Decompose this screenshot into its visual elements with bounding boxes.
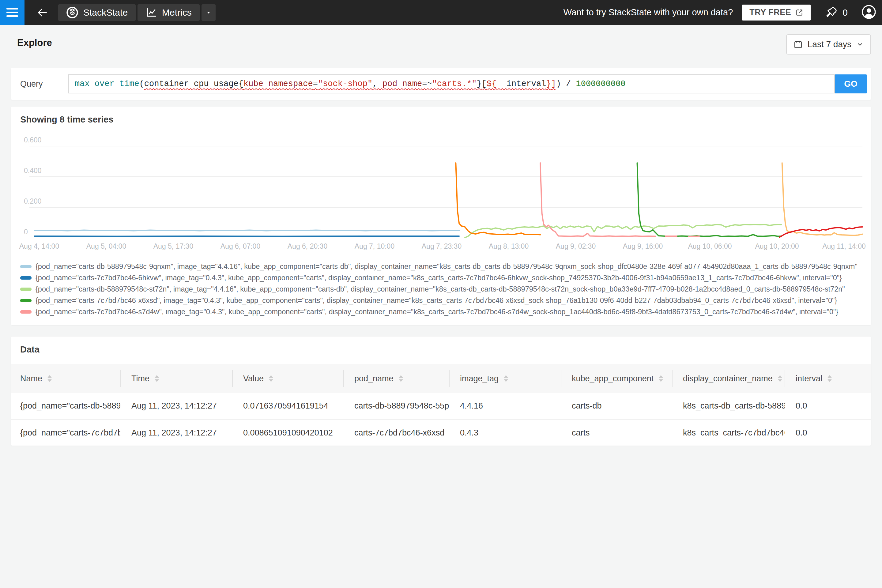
column-header-Name[interactable]: Name (11, 364, 120, 393)
hamburger-icon (6, 8, 18, 9)
legend-label: {pod_name="carts-db-588979548c-st72n", i… (36, 285, 845, 293)
query-token: pod_name (382, 80, 422, 88)
sort-icon[interactable] (46, 375, 52, 382)
stackstate-logo-icon (66, 6, 78, 19)
chart-panel: Showing 8 time series 0.6000.4000.2000Au… (11, 106, 871, 325)
query-token: = (313, 80, 318, 88)
try-free-button[interactable]: TRY FREE (742, 4, 811, 21)
table-cell-pod_name: carts-7c7bd7bc46-x6xsd (343, 420, 449, 446)
brand-button-stackstate[interactable]: StackState (58, 4, 136, 21)
table-header-row: NameTimeValuepod_nameimage_tagkube_app_c… (11, 364, 871, 393)
table-row[interactable]: {pod_name="carts-db-588979548c-55pAug 11… (11, 393, 871, 419)
table-cell-Time: Aug 11, 2023, 14:12:27 (120, 420, 232, 446)
back-button[interactable] (36, 6, 49, 19)
legend-swatch (20, 288, 32, 291)
query-input[interactable]: max_over_time(container_cpu_usage{kube_n… (68, 74, 835, 93)
data-table: NameTimeValuepod_nameimage_tagkube_app_c… (11, 364, 871, 446)
column-header-label: display_container_name (683, 374, 772, 383)
legend-swatch (20, 265, 32, 268)
x-axis-label: Aug 7, 23:30 (422, 242, 462, 250)
sort-icon[interactable] (503, 375, 509, 382)
chevron-down-icon (205, 9, 212, 16)
time-series-chart[interactable]: 0.6000.4000.2000Aug 4, 14:00Aug 5, 04:00… (11, 125, 871, 251)
x-axis-label: Aug 4, 14:00 (19, 242, 59, 250)
legend-item[interactable]: {pod_name="carts-db-588979548c-st72n", i… (20, 284, 871, 295)
promo-text: Want to try StackState with your own dat… (564, 8, 733, 18)
pin-icon[interactable] (825, 6, 838, 19)
hamburger-menu-button[interactable] (0, 0, 24, 25)
chart-legend: {pod_name="carts-db-588979548c-9qnxm", i… (20, 261, 871, 318)
table-cell-interval: 0.0 (784, 393, 871, 418)
column-header-pod_name[interactable]: pod_name (343, 364, 449, 393)
chart-title: Showing 8 time series (20, 114, 114, 124)
table-cell-Value: 0.008651091090420102 (232, 420, 343, 446)
metrics-dropdown-button[interactable] (201, 4, 216, 21)
query-label: Query (20, 80, 68, 89)
time-range-picker[interactable]: Last 7 days (786, 34, 871, 54)
legend-label: {pod_name="carts-db-588979548c-9qnxm", i… (36, 262, 858, 271)
avatar[interactable] (861, 4, 876, 21)
table-row[interactable]: {pod_name="carts-7c7bd7bc46-x6xsdAug 11,… (11, 419, 871, 446)
x-axis-label: Aug 5, 04:00 (86, 242, 126, 250)
sort-icon[interactable] (268, 375, 274, 382)
table-cell-pod_name: carts-db-588979548c-55p (343, 393, 449, 418)
query-token: / (561, 80, 576, 88)
calendar-icon (794, 40, 802, 49)
y-axis-label: 0.600 (24, 136, 42, 144)
query-panel: Query max_over_time(container_cpu_usage{… (11, 68, 871, 100)
legend-item[interactable]: {pod_name="carts-db-588979548c-9qnxm", i… (20, 261, 871, 272)
series-line-hidden-series-orange (456, 163, 540, 235)
x-axis-label: Aug 5, 17:30 (153, 242, 193, 250)
column-header-kube_app_component[interactable]: kube_app_component (561, 364, 672, 393)
query-token: container_cpu_usage (144, 80, 238, 88)
table-cell-image_tag: 4.4.16 (449, 393, 561, 418)
top-navbar: StackState Metrics Want to try StackStat… (0, 0, 882, 25)
query-token: } (477, 80, 482, 88)
y-axis-label: 0.200 (24, 197, 42, 205)
sort-icon[interactable] (777, 375, 783, 382)
column-header-label: kube_app_component (572, 374, 654, 383)
legend-label: {pod_name="carts-7c7bd7bc46-6hkvw", imag… (36, 274, 842, 282)
column-header-interval[interactable]: interval (784, 364, 871, 393)
query-token: , (372, 80, 382, 88)
legend-swatch (20, 276, 32, 280)
data-title: Data (20, 345, 39, 355)
table-cell-Name: {pod_name="carts-db-588979548c-55p (11, 393, 120, 418)
legend-label: {pod_name="carts-7c7bd7bc46-x6xsd", imag… (36, 297, 837, 305)
x-axis-label: Aug 8, 13:00 (489, 242, 529, 250)
sort-icon[interactable] (658, 375, 664, 382)
table-cell-Value: 0.07163705941619154 (232, 393, 343, 418)
legend-item[interactable]: {pod_name="carts-7c7bd7bc46-x6xsd", imag… (20, 295, 871, 306)
column-header-label: Value (243, 374, 264, 383)
tab-metrics[interactable]: Metrics (138, 4, 200, 21)
x-axis-label: Aug 7, 10:00 (355, 242, 394, 250)
column-header-label: pod_name (354, 374, 393, 383)
query-token: ] (551, 80, 556, 88)
legend-item[interactable]: {pod_name="carts-7c7bd7bc46-6hkvw", imag… (20, 272, 871, 284)
sort-icon[interactable] (398, 375, 404, 382)
data-panel: Data NameTimeValuepod_nameimage_tagkube_… (11, 337, 871, 446)
legend-item[interactable]: {pod_name="carts-7c7bd7bc46-s7d4w", imag… (20, 306, 871, 318)
page-title: Explore (17, 38, 52, 48)
try-free-label: TRY FREE (749, 8, 791, 17)
x-axis-label: Aug 6, 07:00 (220, 242, 260, 250)
column-header-display_container_name[interactable]: display_container_name (672, 364, 784, 393)
column-header-Time[interactable]: Time (120, 364, 232, 393)
column-header-image_tag[interactable]: image_tag (449, 364, 561, 393)
column-header-label: Time (131, 374, 150, 383)
x-axis-label: Aug 9, 02:30 (556, 242, 596, 250)
table-cell-Name: {pod_name="carts-7c7bd7bc46-x6xsd (11, 420, 120, 446)
go-button[interactable]: GO (835, 74, 867, 93)
time-range-label: Last 7 days (808, 39, 851, 49)
external-link-icon (795, 9, 803, 16)
query-token: 1000000000 (576, 80, 626, 88)
pin-count-badge: 0 (843, 8, 848, 18)
legend-swatch (20, 310, 32, 314)
query-token: ( (140, 80, 144, 88)
brand-label: StackState (83, 8, 128, 18)
sort-icon[interactable] (826, 375, 833, 382)
column-header-Value[interactable]: Value (232, 364, 343, 393)
table-body: {pod_name="carts-db-588979548c-55pAug 11… (11, 393, 871, 446)
sort-icon[interactable] (154, 375, 160, 382)
query-token: ) (556, 80, 561, 88)
